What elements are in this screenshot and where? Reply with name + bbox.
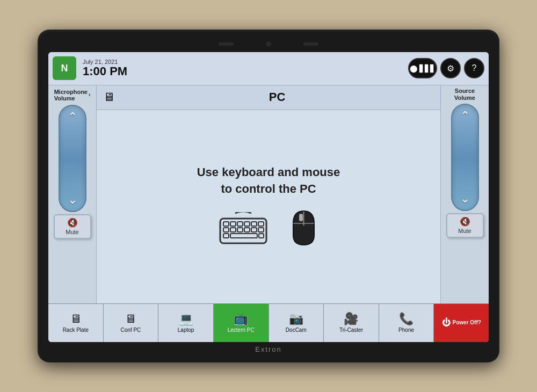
doccam-icon: 📷 (289, 312, 303, 326)
svg-rect-10 (244, 228, 250, 232)
projector-circle-icon: ⬤ (410, 64, 418, 72)
tab-doccam[interactable]: 📷 DocCam (269, 304, 324, 342)
svg-rect-11 (251, 228, 257, 232)
laptop-label: Laptop (178, 327, 194, 333)
svg-rect-8 (230, 228, 236, 232)
tri-caster-icon: 🎥 (344, 312, 358, 326)
top-controls: ⬤ ▋▋▋ ⚙ ? (408, 58, 484, 78)
mic-volume-up-button[interactable]: ⌃ (68, 111, 77, 123)
mic-volume-panel: Microphone Volume › ⌃ ⌄ 🔇 Mute (48, 85, 97, 303)
conf-pc-label: Conf PC (121, 327, 141, 333)
lectern-pc-icon: 📺 (234, 312, 248, 326)
svg-rect-5 (251, 222, 257, 226)
source-volume-panel: Source Volume ⌃ ⌄ 🔇 Mute (440, 85, 489, 303)
source-header: 🖥 PC (97, 85, 440, 110)
source-mute-icon: 🔇 (460, 216, 470, 227)
source-volume-up-button[interactable]: ⌃ (460, 110, 470, 122)
time-text: 1:00 PM (83, 65, 404, 78)
camera-slot-left (219, 42, 234, 46)
source-icon: 🖥 (103, 90, 115, 104)
svg-rect-9 (237, 228, 243, 232)
screen: N July 21, 2021 1:00 PM ⬤ ▋▋▋ ⚙ ? Micro (48, 52, 489, 342)
conf-pc-icon: 🖥 (125, 312, 136, 326)
date-text: July 21, 2021 (83, 59, 404, 65)
mic-volume-down-button[interactable]: ⌄ (68, 194, 77, 206)
svg-rect-4 (244, 222, 250, 226)
tab-phone[interactable]: 📞 Phone (379, 304, 434, 342)
camera-bar (43, 39, 494, 49)
source-mute-button[interactable]: 🔇 Mute (446, 213, 484, 238)
svg-rect-3 (237, 222, 243, 226)
tab-rack-plate[interactable]: 🖥 Rack Plate (48, 304, 104, 342)
tab-conf-pc[interactable]: 🖥 Conf PC (104, 304, 159, 342)
lectern-pc-label: Lectern PC (228, 327, 255, 333)
power-off-label: Power Off? (453, 320, 481, 326)
doccam-label: DocCam (286, 327, 307, 333)
center-content: 🖥 PC Use keyboard and mouse to control t… (97, 85, 440, 303)
source-volume-label: Source Volume (454, 88, 475, 101)
svg-rect-6 (258, 222, 264, 226)
mic-volume-slider[interactable]: ⌃ ⌄ (59, 105, 86, 212)
source-volume-slider[interactable]: ⌃ ⌄ (451, 104, 479, 211)
bottom-tabs: 🖥 Rack Plate 🖥 Conf PC 💻 Laptop 📺 Lecter… (48, 303, 489, 342)
tab-lectern-pc[interactable]: 📺 Lectern PC (214, 304, 269, 342)
svg-rect-1 (223, 222, 229, 226)
camera-dot (266, 41, 271, 47)
svg-rect-7 (223, 228, 229, 232)
datetime: July 21, 2021 1:00 PM (83, 59, 404, 78)
pc-message: Use keyboard and mouse to control the PC (197, 164, 340, 198)
pc-content: Use keyboard and mouse to control the PC (97, 110, 440, 303)
svg-rect-16 (299, 214, 303, 221)
mouse-icon (289, 208, 318, 249)
settings-button[interactable]: ⚙ (440, 58, 461, 78)
mic-mute-icon: 🔇 (67, 217, 78, 228)
logo: N (53, 56, 76, 80)
svg-rect-13 (223, 234, 229, 238)
tri-caster-label: Tri-Caster (339, 327, 363, 333)
mic-volume-label[interactable]: Microphone Volume › (52, 88, 93, 103)
power-off-button[interactable]: ⏻ Power Off? (434, 304, 489, 342)
laptop-icon: 💻 (179, 312, 193, 326)
help-button[interactable]: ? (464, 58, 484, 78)
source-volume-down-button[interactable]: ⌄ (460, 193, 470, 205)
rack-plate-icon: 🖥 (70, 312, 82, 326)
source-mute-label: Mute (458, 228, 471, 234)
pc-icons (219, 208, 318, 249)
mic-volume-chevron-icon: › (89, 92, 90, 98)
mic-mute-button[interactable]: 🔇 Mute (54, 214, 91, 239)
device-frame: N July 21, 2021 1:00 PM ⬤ ▋▋▋ ⚙ ? Micro (38, 30, 499, 362)
projector-button[interactable]: ⬤ ▋▋▋ (408, 58, 437, 78)
brand-label: Extron (255, 345, 282, 353)
tab-laptop[interactable]: 💻 Laptop (158, 304, 214, 342)
tab-tri-caster[interactable]: 🎥 Tri-Caster (324, 304, 379, 342)
camera-slot-right (303, 42, 318, 46)
projector-bars-icon: ▋▋▋ (419, 64, 436, 72)
rack-plate-label: Rack Plate (63, 327, 89, 333)
power-icon: ⏻ (442, 318, 451, 328)
phone-icon: 📞 (399, 312, 413, 326)
phone-label: Phone (398, 327, 414, 333)
svg-rect-12 (258, 228, 264, 232)
keyboard-icon (219, 212, 267, 244)
source-title: PC (120, 90, 434, 104)
top-bar: N July 21, 2021 1:00 PM ⬤ ▋▋▋ ⚙ ? (48, 52, 489, 85)
svg-rect-14 (230, 234, 257, 238)
mic-mute-label: Mute (66, 229, 78, 235)
main-area: Microphone Volume › ⌃ ⌄ 🔇 Mute 🖥 (48, 85, 489, 303)
svg-rect-15 (259, 234, 264, 238)
mic-volume-label-text: Microphone Volume (54, 89, 88, 101)
svg-rect-2 (230, 222, 236, 226)
